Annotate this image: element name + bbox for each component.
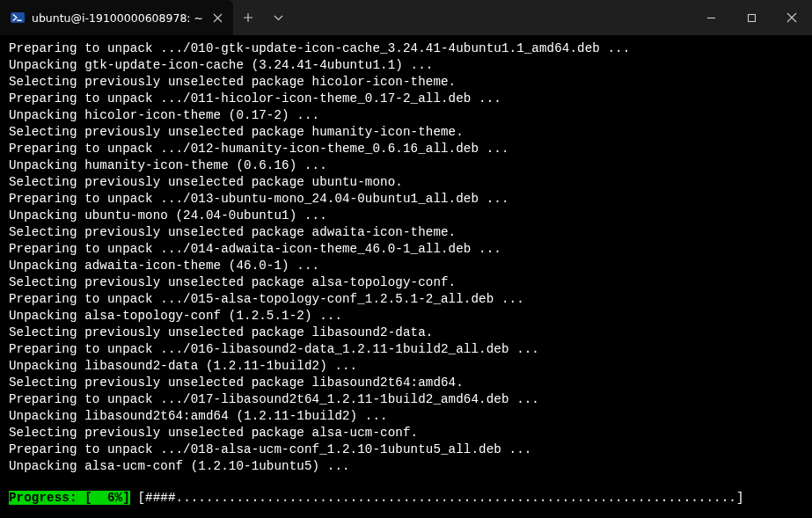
minimize-icon [706,13,716,23]
powershell-icon [11,11,25,25]
close-icon [786,12,797,23]
terminal-tab[interactable]: ubuntu@i-19100000608978: ~ [0,0,233,35]
progress-label: Progress: [ 6%] [9,491,130,505]
tabbar-controls [233,0,293,35]
progress-line: Progress: [ 6%] [####...................… [9,490,803,507]
window-minimize-button[interactable] [691,0,731,35]
plus-icon [243,12,253,23]
tab-title: ubuntu@i-19100000608978: ~ [32,11,203,25]
close-icon [213,13,223,23]
window-close-button[interactable] [772,0,812,35]
tab-close-button[interactable] [210,11,224,25]
terminal-lines: Preparing to unpack .../010-gtk-update-i… [9,40,803,475]
maximize-icon [747,13,757,23]
window-maximize-button[interactable] [731,0,772,35]
titlebar-drag-area[interactable] [293,0,691,35]
svg-rect-0 [11,12,25,23]
tab-dropdown-button[interactable] [263,0,293,35]
new-tab-button[interactable] [233,0,263,35]
progress-bar: [####...................................… [130,491,751,505]
terminal-output[interactable]: Preparing to unpack .../010-gtk-update-i… [0,35,812,518]
chevron-down-icon [274,15,283,21]
window-titlebar: ubuntu@i-19100000608978: ~ [0,0,812,35]
svg-rect-2 [748,14,755,21]
